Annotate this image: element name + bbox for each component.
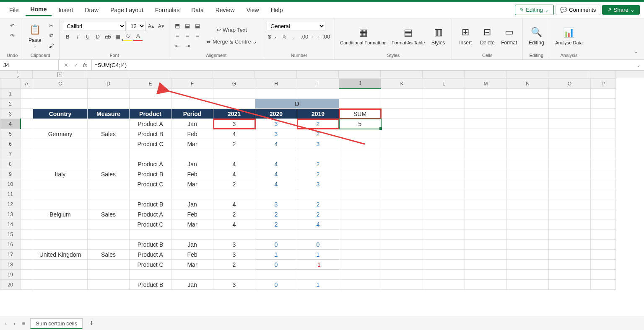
- menu-page-layout[interactable]: Page Layout: [105, 4, 148, 16]
- cell-O8[interactable]: [549, 159, 591, 169]
- increase-decimal-button[interactable]: .00→: [299, 32, 315, 41]
- cell-A5[interactable]: [21, 129, 33, 139]
- menu-help[interactable]: Help: [266, 4, 288, 16]
- cell-M8[interactable]: [465, 159, 507, 169]
- cell-E16[interactable]: Product B: [130, 240, 171, 250]
- cell-K10[interactable]: [381, 179, 423, 189]
- cell-J20[interactable]: [339, 280, 381, 290]
- cell-L19[interactable]: [423, 270, 465, 280]
- cell-K12[interactable]: [381, 199, 423, 209]
- cell-D6[interactable]: [88, 139, 130, 149]
- cell-G5[interactable]: 4: [213, 129, 255, 139]
- align-middle-button[interactable]: ⬓: [183, 21, 192, 30]
- cell-A4[interactable]: [21, 119, 33, 129]
- cell-J1[interactable]: [339, 89, 381, 99]
- col-header-P[interactable]: P: [591, 79, 616, 89]
- cell-H9[interactable]: 4: [255, 169, 297, 179]
- cell-E18[interactable]: Product C: [130, 260, 171, 270]
- col-header-E[interactable]: E: [130, 79, 171, 89]
- cell-D1[interactable]: [88, 89, 130, 99]
- cell-E10[interactable]: Product C: [130, 179, 171, 189]
- cell-P8[interactable]: [591, 159, 616, 169]
- cell-F2[interactable]: [171, 99, 213, 109]
- cell-A10[interactable]: [21, 179, 33, 189]
- cell-M6[interactable]: [465, 139, 507, 149]
- cell-E13[interactable]: Product A: [130, 209, 171, 219]
- cell-F15[interactable]: [171, 229, 213, 240]
- fx-icon[interactable]: fx: [81, 62, 89, 68]
- cell-D11[interactable]: [88, 189, 130, 199]
- col-header-C[interactable]: C: [33, 79, 88, 89]
- cell-E8[interactable]: Product A: [130, 159, 171, 169]
- cell-O10[interactable]: [549, 179, 591, 189]
- cell-P11[interactable]: [591, 189, 616, 199]
- row-header-10[interactable]: 10: [0, 179, 21, 189]
- row-header-13[interactable]: 13: [0, 209, 21, 219]
- cell-F7[interactable]: [171, 149, 213, 159]
- cell-L20[interactable]: [423, 280, 465, 290]
- cell-E3[interactable]: Product: [130, 109, 171, 119]
- cell-I15[interactable]: [297, 229, 339, 240]
- menu-data[interactable]: Data: [186, 4, 209, 16]
- cell-I9[interactable]: 2: [297, 169, 339, 179]
- cell-M20[interactable]: [465, 280, 507, 290]
- cell-L18[interactable]: [423, 260, 465, 270]
- cell-C13[interactable]: Belgium: [33, 209, 88, 219]
- cell-N1[interactable]: [507, 89, 549, 99]
- cell-K9[interactable]: [381, 169, 423, 179]
- wrap-text-button[interactable]: ↩ Wrap Text: [204, 25, 260, 34]
- align-bottom-button[interactable]: ⬓: [193, 21, 202, 30]
- align-top-button[interactable]: ⬒: [173, 21, 182, 30]
- cell-J8[interactable]: [339, 159, 381, 169]
- menu-home[interactable]: Home: [26, 3, 52, 16]
- cell-G6[interactable]: 2: [213, 139, 255, 149]
- row-header-12[interactable]: 12: [0, 199, 21, 209]
- row-header-18[interactable]: 18: [0, 260, 21, 270]
- underline-button[interactable]: U: [83, 32, 92, 41]
- cell-H11[interactable]: [255, 189, 297, 199]
- cell-C18[interactable]: [33, 260, 88, 270]
- cell-O7[interactable]: [549, 149, 591, 159]
- cell-H8[interactable]: 4: [255, 159, 297, 169]
- cell-D8[interactable]: [88, 159, 130, 169]
- formula-input[interactable]: [92, 60, 633, 70]
- cell-L7[interactable]: [423, 149, 465, 159]
- cell-N13[interactable]: [507, 209, 549, 219]
- row-header-8[interactable]: 8: [0, 159, 21, 169]
- cell-D9[interactable]: Sales: [88, 169, 130, 179]
- cell-N3[interactable]: [507, 109, 549, 119]
- cell-J9[interactable]: [339, 169, 381, 179]
- cell-O20[interactable]: [549, 280, 591, 290]
- cell-P4[interactable]: [591, 119, 616, 129]
- cell-P2[interactable]: [591, 99, 616, 109]
- font-name-select[interactable]: Calibri: [63, 21, 126, 31]
- cell-J7[interactable]: [339, 149, 381, 159]
- row-header-1[interactable]: 1: [0, 89, 21, 99]
- cell-F1[interactable]: [171, 89, 213, 99]
- cell-K14[interactable]: [381, 219, 423, 229]
- cell-O17[interactable]: [549, 250, 591, 260]
- cell-F14[interactable]: Mar: [171, 219, 213, 229]
- cell-P15[interactable]: [591, 229, 616, 240]
- cell-A17[interactable]: [21, 250, 33, 260]
- cell-H1[interactable]: [255, 89, 297, 99]
- cell-M1[interactable]: [465, 89, 507, 99]
- cell-L1[interactable]: [423, 89, 465, 99]
- add-sheet-button[interactable]: +: [86, 319, 97, 328]
- cell-J18[interactable]: [339, 260, 381, 270]
- cell-N8[interactable]: [507, 159, 549, 169]
- font-size-select[interactable]: 12: [127, 21, 145, 31]
- cell-F12[interactable]: Jan: [171, 199, 213, 209]
- cell-N4[interactable]: [507, 119, 549, 129]
- cell-G16[interactable]: 3: [213, 240, 255, 250]
- cell-A2[interactable]: [21, 99, 33, 109]
- cell-N11[interactable]: [507, 189, 549, 199]
- cell-D14[interactable]: [88, 219, 130, 229]
- worksheet-area[interactable]: 12 + ACDEFGHIJKLMNOP 12D3CountryMeasureP…: [0, 71, 644, 317]
- cell-G7[interactable]: [213, 149, 255, 159]
- cell-L2[interactable]: [423, 99, 465, 109]
- col-header-L[interactable]: L: [423, 79, 465, 89]
- cell-K4[interactable]: [381, 119, 423, 129]
- cell-I6[interactable]: 3: [297, 139, 339, 149]
- cell-C16[interactable]: [33, 240, 88, 250]
